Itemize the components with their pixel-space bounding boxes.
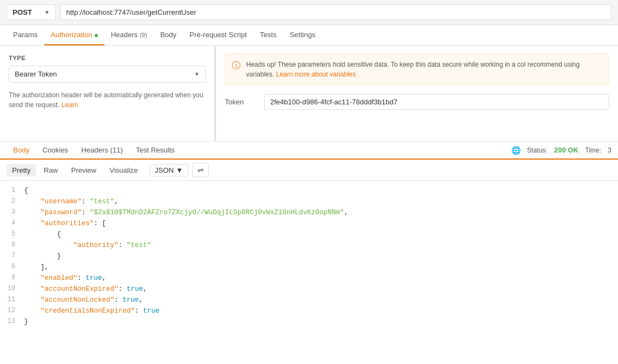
bearer-label: Bearer Token [15,70,57,78]
wrap-icon: ⇌ [197,166,204,174]
learn-more-link[interactable]: Learn more about variables [276,71,356,78]
subtab-preview[interactable]: Preview [66,164,102,177]
status-label: Status: [527,146,547,154]
bearer-chevron-icon: ▼ [194,71,200,77]
wrap-button[interactable]: ⇌ [193,163,209,177]
status-value: 200 OK [554,146,579,154]
auth-description: The authorization header will be automat… [9,90,206,110]
code-line-6: 6 "authority": "test" [0,240,618,251]
tab-body[interactable]: Body [154,25,183,45]
response-tabs: Body Cookies Headers (11) Test Results 🌐… [0,142,618,160]
tab-settings[interactable]: Settings [283,25,322,45]
tab-headers[interactable]: Headers (9) [104,25,154,45]
request-tabs: Params Authorization Headers (9) Body Pr… [0,25,618,46]
subtab-visualize[interactable]: Visualize [104,164,143,177]
code-line-2: 2 "username": "test", [0,196,618,207]
code-line-7: 7 } [0,251,618,262]
tab-response-body[interactable]: Body [7,142,36,160]
code-line-11: 11 "accountNonLocked": true, [0,295,618,306]
response-status: 🌐 Status: 200 OK Time: 3 [511,146,611,155]
code-line-4: 4 "authorities": [ [0,218,618,229]
auth-right-panel: ⓘ Heads up! These parameters hold sensit… [216,46,618,141]
url-bar: POST ▼ [0,0,618,25]
tab-authorization[interactable]: Authorization [44,25,104,45]
tab-test-results[interactable]: Test Results [130,142,182,160]
tab-response-headers[interactable]: Headers (11) [75,142,130,160]
code-line-9: 9 "enabled": true, [0,273,618,284]
warning-box: ⓘ Heads up! These parameters hold sensit… [225,54,609,85]
subtab-raw[interactable]: Raw [38,164,63,177]
url-input[interactable] [60,4,611,20]
code-line-10: 10 "accountNonExpired": true, [0,284,618,295]
tab-prerequest[interactable]: Pre-request Script [183,25,254,45]
authorization-dot [95,34,98,37]
format-select[interactable]: JSON ▼ [150,164,188,177]
method-chevron-icon: ▼ [44,9,50,15]
warning-icon: ⓘ [232,60,241,72]
code-line-5: 5 { [0,229,618,240]
code-line-1: 1 { [0,185,618,196]
subtab-pretty[interactable]: Pretty [7,164,36,177]
warning-text: Heads up! These parameters hold sensitiv… [246,60,602,79]
format-label: JSON [155,166,174,174]
body-subtabs: Pretty Raw Preview Visualize JSON ▼ ⇌ [0,160,618,181]
tab-response-cookies[interactable]: Cookies [36,142,75,160]
globe-icon: 🌐 [511,146,521,155]
format-chevron-icon: ▼ [176,166,183,174]
learn-link[interactable]: Learn [61,101,78,109]
auth-panel: TYPE Bearer Token ▼ The authorization he… [0,46,618,142]
code-line-8: 8 ], [0,262,618,273]
tab-params[interactable]: Params [7,25,44,45]
time-value: 3 [608,146,611,154]
tab-tests[interactable]: Tests [253,25,283,45]
method-label: POST [13,8,32,16]
token-row: Token [225,94,609,110]
auth-left-panel: TYPE Bearer Token ▼ The authorization he… [0,46,216,141]
response-body-code: 1 { 2 "username": "test", 3 "password": … [0,181,618,343]
code-line-12: 12 "credentialsNonExpired": true [0,306,618,316]
code-line-3: 3 "password": "$2a$10$TMdnD2AFZro7ZXcjyO… [0,207,618,218]
bearer-token-dropdown[interactable]: Bearer Token ▼ [9,66,206,83]
type-label: TYPE [9,55,206,61]
token-input[interactable] [264,94,609,110]
token-label: Token [225,98,258,106]
method-select[interactable]: POST ▼ [7,4,56,20]
time-label: Time: [585,146,602,154]
code-line-13: 13 } [0,316,618,327]
